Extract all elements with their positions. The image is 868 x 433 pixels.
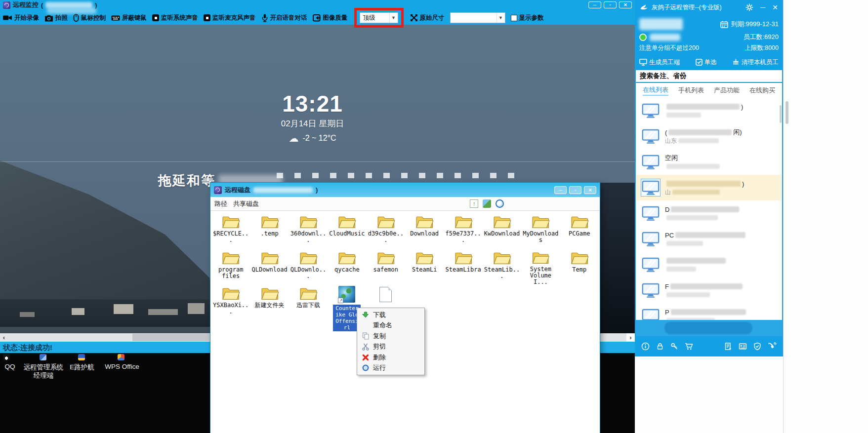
block-keyboard-button[interactable]: 屏蔽键鼠 <box>111 14 147 22</box>
start-record-button[interactable]: 开始录像 <box>3 14 39 22</box>
folder-item[interactable]: safemon <box>367 250 405 285</box>
maximize-button[interactable]: ▫ <box>569 186 581 194</box>
online-list-item[interactable]: 空闲 <box>636 149 782 175</box>
folder-item[interactable]: CloudMusic <box>328 214 366 249</box>
online-list-item[interactable]: D <box>636 200 782 226</box>
minimize-button[interactable]: ─ <box>588 1 601 8</box>
folder-item[interactable]: 360downl... <box>289 214 328 249</box>
online-list-item[interactable]: F <box>636 277 782 303</box>
desktop-icon-label[interactable]: 远程管理系统 <box>19 363 68 372</box>
tab-product-features[interactable]: 产品功能 <box>714 86 740 95</box>
id-card-icon[interactable] <box>739 342 747 351</box>
tab-online-purchase[interactable]: 在线购买 <box>749 86 775 95</box>
show-params-toggle[interactable]: 显示参数 <box>511 14 544 22</box>
desktop-icon-label[interactable]: QQ <box>0 363 20 370</box>
gear-icon[interactable] <box>745 3 753 11</box>
scroll-left-arrow[interactable]: ‹ <box>0 333 8 342</box>
image-quality-icon <box>313 14 321 22</box>
refresh-globe-icon[interactable] <box>496 199 504 208</box>
online-list-item[interactable]: ) <box>636 98 782 123</box>
qq-icon[interactable] <box>3 354 10 360</box>
menu-item-run[interactable]: 运行 <box>358 363 423 374</box>
menu-item-cut[interactable]: 剪切 <box>358 342 423 353</box>
folder-item[interactable]: YSXBaoXi... <box>211 285 250 321</box>
folder-item[interactable]: 迅雷下载 <box>289 285 328 321</box>
folder-item[interactable]: KwDownload <box>483 214 521 249</box>
shield-icon[interactable] <box>753 342 761 351</box>
computer-icon <box>641 102 661 119</box>
monitor-select-dropdown[interactable]: ▼ <box>450 12 505 23</box>
folder-item[interactable]: SteamLib... <box>483 250 521 285</box>
online-list-item[interactable]: P <box>636 303 782 320</box>
remote-manager-icon[interactable] <box>40 354 46 360</box>
maximize-button[interactable]: ▫ <box>604 1 617 8</box>
wps-icon[interactable] <box>118 354 124 360</box>
folder-item[interactable]: SteamLibra <box>444 250 482 285</box>
desktop-icon-label[interactable]: E路护航 <box>67 363 97 372</box>
go-up-icon[interactable]: ↑ <box>470 199 478 208</box>
info-icon[interactable] <box>641 342 650 351</box>
management-panel: 灰鸽子远程管理--(专业版) ─ ✕ 到期:9999-12-31 员工数:692… <box>635 0 783 356</box>
mouse-control-button[interactable]: 鼠标控制 <box>73 14 106 22</box>
voice-chat-button[interactable]: 开启语音对话 <box>261 14 307 22</box>
list-scrollbar-thumb[interactable] <box>780 105 782 123</box>
clean-local-clients-button[interactable]: 清理本机员工 <box>732 58 779 67</box>
minimize-button[interactable]: ─ <box>554 186 567 194</box>
snapshot-button[interactable]: 拍照 <box>44 14 68 22</box>
listen-system-sound-button[interactable]: 监听系统声音 <box>152 14 198 22</box>
online-list-item[interactable] <box>636 252 782 277</box>
path-value[interactable]: 共享磁盘 <box>233 199 259 208</box>
cart-icon[interactable] <box>685 342 694 351</box>
desktop-icon-label[interactable]: WPS Office <box>101 363 143 370</box>
menu-item-delete[interactable]: 删除 <box>358 352 423 363</box>
online-list-item-selected[interactable]: ) 山 <box>636 175 782 200</box>
folder-item[interactable]: program files <box>211 250 250 285</box>
menu-item-rename[interactable]: 重命名 <box>358 320 423 331</box>
folder-item[interactable]: $RECYCLE... <box>211 214 250 249</box>
lock-icon[interactable] <box>656 342 664 351</box>
folder-item[interactable]: SteamLi <box>405 250 444 285</box>
generate-client-button[interactable]: 生成员工端 <box>639 58 680 67</box>
folder-item[interactable]: qycache <box>328 250 366 285</box>
document-icon[interactable] <box>724 342 732 351</box>
online-list-item[interactable]: PC <box>636 226 782 252</box>
folder-item[interactable]: Download <box>405 214 444 249</box>
folder-item[interactable]: d39c9b0e... <box>367 214 405 249</box>
scrollbar-thumb[interactable] <box>785 101 788 124</box>
phone-icon[interactable] <box>768 342 777 351</box>
folder-item[interactable]: 新建文件夹 <box>250 285 289 321</box>
folder-item[interactable]: QLDownload <box>250 250 289 285</box>
key-icon[interactable] <box>670 342 678 351</box>
motto-cutoff-fragments <box>277 173 524 178</box>
close-button[interactable]: ✕ <box>619 1 632 8</box>
folder-item[interactable]: MyDownloads <box>521 214 560 249</box>
remote-disk-icon <box>214 186 222 194</box>
scroll-right-arrow[interactable]: › <box>626 333 635 342</box>
checkbox-icon[interactable] <box>511 15 517 21</box>
context-menu: 下载 重命名 复制 剪切 删除 运行 <box>357 308 425 375</box>
folder-item[interactable]: Temp <box>560 250 599 285</box>
folder-item[interactable]: System Volume I... <box>521 250 560 285</box>
search-input[interactable] <box>636 70 782 82</box>
panel-minimize-button[interactable]: ─ <box>760 3 765 11</box>
folder-item[interactable]: QLDownlo... <box>289 250 328 285</box>
desktop-icon-label2[interactable]: 经理端 <box>19 371 68 380</box>
menu-item-download[interactable]: 下载 <box>358 310 423 320</box>
folder-item[interactable]: .temp <box>250 214 289 249</box>
wallpaper-tool-icon[interactable] <box>483 199 491 208</box>
quality-dropdown[interactable]: 顶级 ▼ <box>360 12 398 23</box>
tab-phone-list[interactable]: 手机列表 <box>678 86 704 95</box>
menu-item-copy[interactable]: 复制 <box>358 331 423 342</box>
single-select-button[interactable]: 单选 <box>696 58 717 67</box>
scissors-icon <box>358 343 373 351</box>
folder-item[interactable]: f59e7337... <box>444 214 482 249</box>
original-size-button[interactable]: 原始尺寸 <box>410 14 445 22</box>
e-road-icon[interactable] <box>78 354 85 360</box>
folder-item[interactable]: PCGame <box>560 214 599 249</box>
panel-close-button[interactable]: ✕ <box>772 3 778 11</box>
close-button[interactable]: ✕ <box>584 186 596 194</box>
tab-online-list[interactable]: 在线列表 <box>643 85 668 96</box>
image-quality-button[interactable]: 图像质量 <box>313 14 348 22</box>
listen-microphone-button[interactable]: 监听麦克风声音 <box>204 14 256 22</box>
online-list-item[interactable]: (闲) 山东 <box>636 123 782 149</box>
